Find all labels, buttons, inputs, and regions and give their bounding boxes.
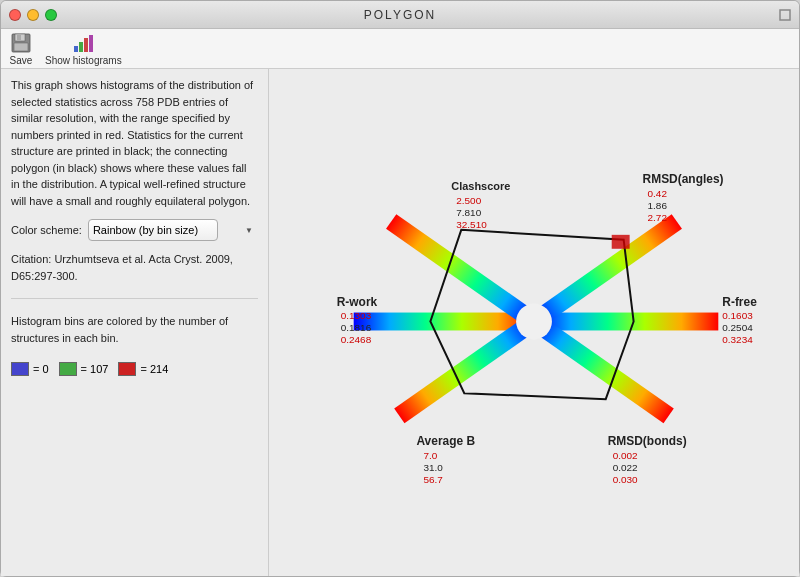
rfree-label: R-free [722, 295, 757, 309]
histogram-info: Histogram bins are colored by the number… [11, 313, 258, 346]
minimize-button[interactable] [27, 9, 39, 21]
save-label: Save [10, 55, 33, 66]
avgb-label: Average B [416, 434, 475, 448]
main-window: POLYGON Save [0, 0, 800, 577]
rfree-max: 0.3234 [722, 334, 753, 345]
legend: = 0 = 107 = 214 [11, 362, 258, 376]
rfree-min: 0.1603 [722, 311, 753, 322]
svg-rect-9 [386, 214, 539, 329]
resize-icon[interactable] [779, 9, 791, 21]
description: This graph shows histograms of the distr… [11, 77, 258, 209]
clashscore-max: 32.510 [456, 219, 487, 230]
avgb-max: 56.7 [423, 474, 443, 485]
color-scheme-select[interactable]: Rainbow (by bin size) Grayscale Blue-Red [88, 219, 218, 241]
clashscore-label: Clashscore [451, 180, 510, 192]
rwork-val: 0.1816 [341, 322, 372, 333]
color-scheme-label: Color scheme: [11, 224, 82, 236]
histogram-icon [71, 32, 95, 54]
citation: Citation: Urzhumtseva et al. Acta Cryst.… [11, 251, 258, 284]
color-scheme-select-wrapper: Rainbow (by bin size) Grayscale Blue-Red [88, 219, 258, 241]
save-button[interactable]: Save [9, 32, 33, 66]
svg-rect-11 [394, 314, 539, 423]
rmsda-value-marker [612, 235, 630, 249]
legend-label-0: = 0 [33, 363, 49, 375]
legend-color-0 [11, 362, 29, 376]
rfree-val: 0.2504 [722, 322, 753, 333]
svg-rect-8 [89, 35, 93, 52]
toolbar: Save Show histograms [1, 29, 799, 69]
center-circle [516, 304, 552, 340]
svg-rect-0 [780, 10, 790, 20]
rwork-max: 0.2468 [341, 334, 372, 345]
right-panel: Clashscore 2.500 7.810 32.510 RMSD(angle… [269, 69, 799, 576]
rmsdb-max: 0.030 [613, 474, 638, 485]
clashscore-val: 7.810 [456, 207, 481, 218]
avgb-min: 7.0 [423, 450, 437, 461]
rfree-arm [534, 313, 718, 331]
rmsda-arm [529, 214, 682, 329]
svg-rect-3 [17, 35, 21, 40]
histograms-label: Show histograms [45, 55, 122, 66]
rwork-label: R-work [337, 295, 378, 309]
chart-container: Clashscore 2.500 7.810 32.510 RMSD(angle… [269, 69, 799, 576]
rwork-min: 0.1303 [341, 311, 372, 322]
rmsda-max: 2.72 [648, 212, 668, 223]
window-controls [9, 9, 57, 21]
window-title: POLYGON [364, 8, 436, 22]
left-panel: This graph shows histograms of the distr… [1, 69, 269, 576]
avgb-arm [394, 314, 539, 423]
rmsda-label: RMSD(angles) [643, 172, 724, 186]
svg-rect-4 [14, 43, 28, 51]
svg-rect-7 [84, 38, 88, 52]
svg-rect-12 [529, 314, 674, 423]
polygon-chart: Clashscore 2.500 7.810 32.510 RMSD(angle… [269, 69, 799, 576]
legend-item-2: = 214 [118, 362, 168, 376]
legend-item-0: = 0 [11, 362, 49, 376]
divider [11, 298, 258, 299]
color-scheme-row: Color scheme: Rainbow (by bin size) Gray… [11, 219, 258, 241]
content-area: This graph shows histograms of the distr… [1, 69, 799, 576]
svg-rect-10 [529, 214, 682, 329]
legend-color-1 [59, 362, 77, 376]
save-icon [9, 32, 33, 54]
rwork-arm [354, 313, 534, 331]
legend-item-1: = 107 [59, 362, 109, 376]
clashscore-arm [386, 214, 539, 329]
svg-rect-6 [79, 42, 83, 52]
close-button[interactable] [9, 9, 21, 21]
legend-label-1: = 107 [81, 363, 109, 375]
clashscore-min: 2.500 [456, 195, 481, 206]
maximize-button[interactable] [45, 9, 57, 21]
rmsdb-min: 0.002 [613, 450, 638, 461]
svg-rect-5 [74, 46, 78, 52]
title-bar: POLYGON [1, 1, 799, 29]
rmsda-val: 1.86 [648, 200, 668, 211]
rmsda-min: 0.42 [648, 188, 668, 199]
avgb-val: 31.0 [423, 462, 443, 473]
rmsdb-label: RMSD(bonds) [608, 434, 687, 448]
rmsdb-val: 0.022 [613, 462, 638, 473]
rmsdb-arm [529, 314, 674, 423]
legend-label-2: = 214 [140, 363, 168, 375]
show-histograms-button[interactable]: Show histograms [45, 32, 122, 66]
legend-color-2 [118, 362, 136, 376]
